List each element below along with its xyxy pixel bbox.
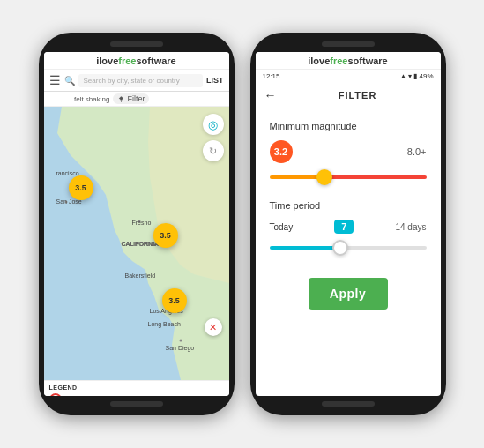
- magnitude-current-badge: 3.2: [270, 140, 293, 163]
- right-phone-screen: ilovefreesoftware 12:15 ▲ ▾ ▮ 49% ← FILT…: [256, 52, 441, 396]
- magnitude-row: 3.2 8.0+: [270, 140, 427, 163]
- magnitude-max-label: 8.0+: [407, 146, 427, 157]
- phone-bottom-bar-right: [322, 401, 375, 407]
- filter-content: Minimum magnitude 3.2 8.0+ Time period T…: [256, 108, 441, 322]
- time-max-label: 14 days: [395, 222, 426, 232]
- refresh-symbol: ↻: [209, 146, 217, 157]
- filter-tag[interactable]: ⧪ Filter: [113, 93, 149, 104]
- filter-header: ← FILTER: [256, 83, 441, 108]
- status-time: 12:15: [263, 72, 280, 80]
- search-bar: ☰ 🔍 Search by city, state or country LIS…: [44, 70, 229, 92]
- eq-value-1: 3.5: [75, 183, 86, 192]
- list-label[interactable]: LIST: [206, 76, 224, 85]
- brand-prefix-r: ilove: [308, 56, 330, 66]
- brand-bar-left: ilovefreesoftware: [44, 52, 229, 70]
- phone-bottom-bar-left: [110, 401, 163, 407]
- battery-percent: 49%: [419, 72, 433, 80]
- map-label-sd: San Diego: [166, 345, 195, 351]
- left-phone: ilovefreesoftware ☰ 🔍 Search by city, st…: [39, 33, 235, 415]
- left-phone-screen: ilovefreesoftware ☰ 🔍 Search by city, st…: [44, 52, 229, 396]
- search-icon-small: 🔍: [64, 76, 75, 86]
- brand-bar-right: ilovefreesoftware: [256, 52, 441, 70]
- app-container: ilovefreesoftware ☰ 🔍 Search by city, st…: [30, 24, 455, 424]
- eq-marker-2[interactable]: 3.5: [153, 223, 178, 248]
- battery-icon: ▮: [413, 72, 417, 80]
- status-icons: ▲ ▾ ▮ 49%: [400, 72, 434, 80]
- legend-title: LEGEND: [49, 385, 224, 391]
- filter-bar: I felt shaking ⧪ Filter: [44, 92, 229, 107]
- back-arrow-icon[interactable]: ←: [264, 88, 277, 102]
- magnitude-slider-container: [270, 168, 427, 186]
- filter-label: Filter: [127, 94, 145, 103]
- map-close-button[interactable]: ✕: [205, 318, 222, 336]
- brand-suffix-r: software: [348, 56, 388, 66]
- time-slider-container: [270, 239, 427, 257]
- filter-screen-title: FILTER: [284, 90, 432, 101]
- map-label-lb: Long Beach: [148, 321, 181, 327]
- felt-shaking-label: I felt shaking: [71, 95, 110, 103]
- brand-highlight-r: free: [330, 56, 347, 66]
- legend-circle: [49, 393, 62, 396]
- magnitude-slider-track: [270, 175, 427, 179]
- brand-prefix: ilove: [96, 56, 118, 66]
- brand-highlight: free: [118, 56, 136, 66]
- map-label-sf: rancisco: [56, 170, 79, 176]
- signal-icon: ▲: [400, 72, 407, 80]
- refresh-icon[interactable]: ↻: [203, 140, 224, 161]
- legend-panel: LEGEND Preliminary earthquake informatio…: [44, 380, 229, 396]
- eq-value-3: 3.5: [168, 296, 180, 305]
- right-phone: ilovefreesoftware 12:15 ▲ ▾ ▮ 49% ← FILT…: [250, 33, 446, 415]
- apply-button[interactable]: Apply: [309, 278, 388, 310]
- time-period-title: Time period: [270, 200, 427, 211]
- time-current-badge: 7: [334, 220, 354, 234]
- min-magnitude-title: Minimum magnitude: [270, 121, 427, 131]
- phone-top-bar-left: [110, 41, 163, 47]
- phone-top-bar-right: [322, 41, 375, 47]
- eq-marker-1[interactable]: 3.5: [69, 175, 93, 200]
- compass-icon[interactable]: ◎: [203, 114, 224, 135]
- map-area: rancisco San Jose Fresno CALIFORNIA Bake…: [44, 107, 229, 380]
- wifi-icon: ▾: [408, 72, 412, 80]
- search-input-box[interactable]: Search by city, state or country: [78, 74, 204, 87]
- legend-row: Preliminary earthquake information: [49, 393, 224, 396]
- time-row: Today 7 14 days: [270, 220, 427, 234]
- hamburger-icon[interactable]: ☰: [49, 73, 61, 87]
- time-slider-thumb[interactable]: [332, 240, 348, 256]
- map-label-fresno: Fresno: [132, 220, 152, 226]
- time-min-label: Today: [270, 222, 294, 232]
- status-bar: 12:15 ▲ ▾ ▮ 49%: [256, 70, 441, 83]
- map-label-bakersfield: Bakersfield: [125, 273, 156, 279]
- eq-value-2: 3.5: [160, 231, 171, 240]
- svg-point-8: [179, 340, 182, 342]
- compass-symbol: ◎: [208, 118, 218, 131]
- eq-marker-3[interactable]: 3.5: [162, 288, 187, 313]
- magnitude-slider-thumb[interactable]: [316, 169, 332, 185]
- search-placeholder: Search by city, state or country: [84, 77, 180, 85]
- brand-suffix: software: [137, 56, 176, 66]
- filter-icon: ⧪: [117, 94, 125, 103]
- map-label-ca: CALIFORNIA: [122, 241, 160, 247]
